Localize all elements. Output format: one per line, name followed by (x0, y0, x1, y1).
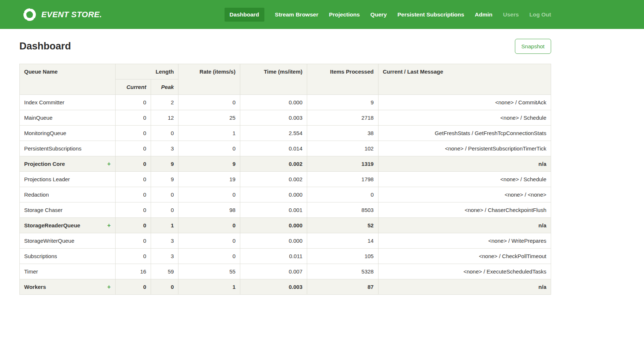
queue-message: n/a (378, 218, 551, 233)
queue-length-current: 0 (115, 95, 151, 110)
expand-plus-icon[interactable]: + (107, 161, 110, 167)
queue-length-current: 0 (115, 218, 151, 233)
queue-name: PersistentSubscriptions (24, 145, 82, 152)
header-message: Current / Last Message (378, 64, 551, 95)
queue-time: 2.554 (240, 126, 307, 141)
header-current: Current (115, 79, 151, 95)
queue-name-cell: Projections Leader (20, 172, 116, 187)
queue-table-row[interactable]: MainQueue 0 12 25 0.003 2718 <none> / Sc… (20, 110, 551, 126)
queue-table-row[interactable]: Projection Core + 0 9 9 0.002 1319 n/a (20, 156, 551, 172)
expand-plus-icon[interactable]: + (107, 223, 110, 228)
queue-table-row[interactable]: Redaction 0 0 0 0.000 0 <none> / <none> (20, 187, 551, 202)
page-title: Dashboard (19, 41, 71, 52)
queue-items-processed: 102 (307, 141, 379, 156)
queue-rate: 0 (178, 249, 240, 264)
queue-name: Index Committer (24, 99, 64, 105)
queue-name-cell: StorageWriterQueue (20, 233, 116, 249)
queue-name-cell: PersistentSubscriptions (20, 141, 116, 156)
queue-name-cell: Index Committer (20, 95, 116, 110)
queue-rate: 55 (178, 264, 240, 279)
nav-item-stream-browser[interactable]: Stream Browser (275, 8, 319, 22)
queue-length-peak: 3 (151, 249, 178, 264)
event-store-brand[interactable]: EVENT STORE. (22, 7, 102, 22)
queue-rate: 9 (178, 156, 240, 172)
queue-items-processed: 87 (307, 279, 379, 295)
nav-item-persistent-subscriptions[interactable]: Persistent Subscriptions (398, 8, 464, 22)
nav-item-projections[interactable]: Projections (329, 8, 359, 22)
queue-name-cell: Storage Chaser (20, 202, 116, 218)
queue-name: Projection Core (24, 161, 65, 167)
snapshot-button[interactable]: Snapshot (515, 39, 551, 54)
queue-length-peak: 9 (151, 172, 178, 187)
queue-items-processed: 2718 (307, 110, 379, 126)
queue-time: 0.007 (240, 264, 307, 279)
queue-table-row[interactable]: Projections Leader 0 9 19 0.002 1798 <no… (20, 172, 551, 187)
queue-name-cell: Redaction (20, 187, 116, 202)
queue-table-row[interactable]: Workers + 0 0 1 0.003 87 n/a (20, 279, 551, 295)
queue-name-cell: Workers + (20, 279, 116, 295)
queues-table: Queue Name Length Rate (items/s) Time (m… (19, 64, 551, 295)
header-length: Length (115, 64, 178, 79)
queue-items-processed: 105 (307, 249, 379, 264)
header-time: Time (ms/item) (240, 64, 307, 95)
queue-message: <none> / Schedule (378, 172, 551, 187)
queue-length-peak: 1 (151, 218, 178, 233)
queue-message: <none> / PersistentSubscriptionTimerTick (378, 141, 551, 156)
header-queue-name: Queue Name (20, 64, 116, 95)
queue-name: Storage Chaser (24, 207, 63, 213)
queue-rate: 19 (178, 172, 240, 187)
queue-name: Redaction (24, 191, 49, 198)
page-header: Dashboard Snapshot (19, 39, 551, 54)
header-items-processed: Items Processed (307, 64, 379, 95)
queue-length-peak: 0 (151, 187, 178, 202)
queue-name-cell: MainQueue (20, 110, 116, 126)
queue-message: <none> / Schedule (378, 110, 551, 126)
queue-length-current: 0 (115, 156, 151, 172)
nav-item-dashboard[interactable]: Dashboard (225, 8, 264, 22)
queue-length-peak: 0 (151, 279, 178, 295)
queue-table-row[interactable]: StorageWriterQueue 0 3 0 0.000 14 <none>… (20, 233, 551, 249)
queue-table-row[interactable]: Subscriptions 0 3 0 0.011 105 <none> / C… (20, 249, 551, 264)
queue-message: <none> / ExecuteScheduledTasks (378, 264, 551, 279)
queue-rate: 0 (178, 95, 240, 110)
nav-item-admin[interactable]: Admin (475, 8, 492, 22)
queue-name: Timer (24, 268, 38, 275)
queue-length-current: 0 (115, 141, 151, 156)
queue-time: 0.014 (240, 141, 307, 156)
queue-table-row[interactable]: PersistentSubscriptions 0 3 0 0.014 102 … (20, 141, 551, 156)
queue-table-row[interactable]: Timer 16 59 55 0.007 5328 <none> / Execu… (20, 264, 551, 279)
queue-message: <none> / CommitAck (378, 95, 551, 110)
queue-name: Workers (24, 284, 46, 290)
queue-table-row[interactable]: MonitoringQueue 0 0 1 2.554 38 GetFreshS… (20, 126, 551, 141)
queue-length-current: 0 (115, 172, 151, 187)
event-store-logo-icon (22, 7, 37, 22)
queue-length-current: 0 (115, 249, 151, 264)
queue-time: 0.000 (240, 95, 307, 110)
queue-length-current: 0 (115, 233, 151, 249)
queue-rate: 1 (178, 279, 240, 295)
queue-name-cell: MonitoringQueue (20, 126, 116, 141)
nav-item-query[interactable]: Query (370, 8, 387, 22)
queue-length-peak: 0 (151, 126, 178, 141)
queue-name: MainQueue (24, 115, 53, 121)
expand-plus-icon[interactable]: + (107, 284, 110, 290)
queue-name-cell: Timer (20, 264, 116, 279)
queue-message: GetFreshStats / GetFreshTcpConnectionSta… (378, 126, 551, 141)
queue-length-peak: 2 (151, 95, 178, 110)
queue-rate: 0 (178, 218, 240, 233)
queue-table-row[interactable]: Storage Chaser 0 0 98 0.001 8503 <none> … (20, 202, 551, 218)
nav-item-users[interactable]: Users (503, 8, 519, 22)
nav-item-log-out[interactable]: Log Out (530, 8, 551, 22)
queue-time: 0.003 (240, 110, 307, 126)
queue-table-row[interactable]: Index Committer 0 2 0 0.000 9 <none> / C… (20, 95, 551, 110)
queue-items-processed: 14 (307, 233, 379, 249)
queue-length-current: 0 (115, 279, 151, 295)
queue-items-processed: 8503 (307, 202, 379, 218)
queue-name-cell: Subscriptions (20, 249, 116, 264)
queue-table-row[interactable]: StorageReaderQueue + 0 1 0 0.000 52 n/a (20, 218, 551, 233)
queue-message: n/a (378, 156, 551, 172)
queue-items-processed: 38 (307, 126, 379, 141)
queue-items-processed: 9 (307, 95, 379, 110)
queue-rate: 25 (178, 110, 240, 126)
header-peak: Peak (151, 79, 178, 95)
